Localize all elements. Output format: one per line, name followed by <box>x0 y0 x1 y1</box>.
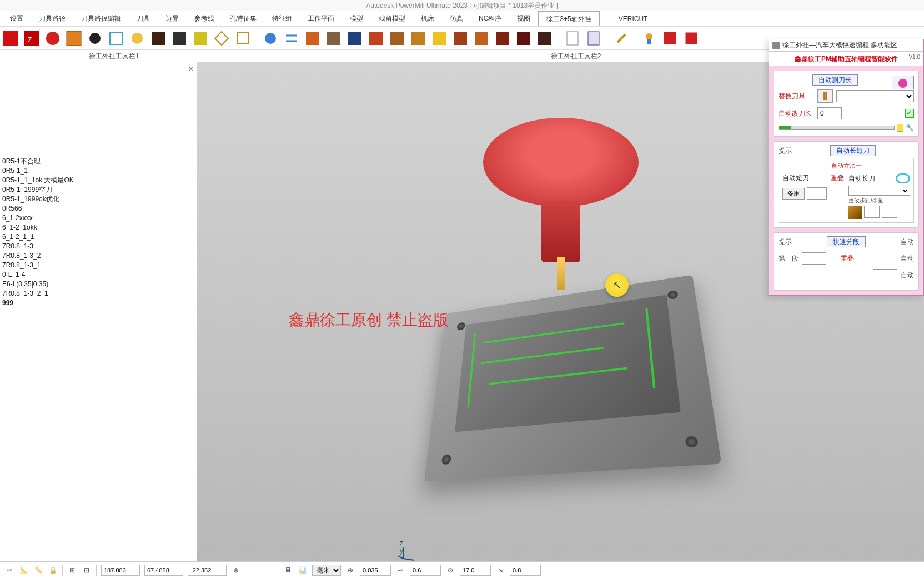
sb-tolerance-icon[interactable]: ⊕ <box>345 565 355 575</box>
menu-simulate[interactable]: 仿真 <box>442 11 471 26</box>
change-length-check[interactable] <box>905 109 914 118</box>
tb2-icon-16[interactable] <box>584 29 603 48</box>
sb-stepdown-icon[interactable]: ↘ <box>495 565 505 575</box>
tb1-icon-11[interactable] <box>212 29 231 48</box>
texture-icon[interactable] <box>848 206 862 219</box>
status-stepdown[interactable] <box>510 565 541 576</box>
menu-nc-program[interactable]: NC程序 <box>471 11 509 26</box>
tree-item-active[interactable]: 999 <box>2 298 74 308</box>
tb1-icon-6[interactable] <box>107 29 125 48</box>
menu-toolpath-edit[interactable]: 刀具路径编辑 <box>73 11 129 26</box>
first-seg-input[interactable] <box>802 252 826 265</box>
status-x[interactable] <box>101 565 140 576</box>
tb2-icon-1[interactable] <box>261 29 280 48</box>
tree-item[interactable]: 6_1-2_1_1 <box>2 232 74 242</box>
tb2-icon-17[interactable] <box>612 29 631 48</box>
menu-feature-group[interactable]: 特征组 <box>264 11 300 26</box>
plugin-window[interactable]: 徐工外挂—汽车大模快速编程 多功能区 — 鑫鼎徐工PM辅助五轴编程智能软件 V1… <box>769 39 924 296</box>
tb2-icon-15[interactable] <box>563 29 582 48</box>
status-y[interactable] <box>144 565 183 576</box>
tb1-icon-8[interactable] <box>149 29 168 48</box>
tb2-icon-7[interactable] <box>388 29 406 48</box>
step-input-1[interactable] <box>864 206 880 218</box>
magnet-icon[interactable]: ⬤ <box>892 76 914 89</box>
tb2-icon-18[interactable] <box>640 29 659 48</box>
sb-calc-icon[interactable]: 🖩 <box>283 565 293 575</box>
tree-item[interactable]: 7R0.8_1-3_2_1 <box>2 289 74 298</box>
tree-item[interactable]: 0-L_1-4 <box>2 270 74 280</box>
slider-track[interactable] <box>779 126 895 130</box>
tb1-icon-9[interactable] <box>170 29 189 48</box>
replace-tool-select[interactable] <box>836 90 914 102</box>
status-cusp[interactable] <box>410 565 441 576</box>
tb1-icon-7[interactable] <box>128 29 147 48</box>
spare-button[interactable]: 备用 <box>782 188 805 200</box>
plugin-titlebar[interactable]: 徐工外挂—汽车大模快速编程 多功能区 — <box>769 39 923 52</box>
tb2-icon-10[interactable] <box>451 29 470 48</box>
tb2-icon-13[interactable] <box>514 29 533 48</box>
tree-item[interactable]: 7R0.8_1-3 <box>2 242 74 251</box>
tree-item[interactable]: 0R5-1_1999ok优化 <box>2 195 74 204</box>
tb1-icon-5[interactable] <box>86 29 104 48</box>
tree-item[interactable]: 0R5-1_1 <box>2 166 74 176</box>
length-slider[interactable]: 🔧 <box>779 124 914 132</box>
sb-coord-icon[interactable]: ⊕ <box>231 565 241 575</box>
menu-toolpath[interactable]: 刀具路径 <box>31 11 73 26</box>
sb-tool-icon[interactable]: ✂ <box>4 565 14 575</box>
tree-item[interactable]: 0R5-1不合理 <box>2 157 74 166</box>
tb2-icon-14[interactable] <box>535 29 554 48</box>
left-panel-close[interactable]: × <box>189 64 193 73</box>
plugin-minimize-icon[interactable]: — <box>913 42 920 49</box>
menu-machine[interactable]: 机床 <box>413 11 442 26</box>
cloud-icon[interactable] <box>896 173 910 183</box>
menu-model[interactable]: 模型 <box>342 11 371 26</box>
menu-tool[interactable]: 刀具 <box>129 11 158 26</box>
tb2-icon-6[interactable] <box>366 29 385 48</box>
tb2-icon-4[interactable] <box>324 29 343 48</box>
replace-tool-button[interactable] <box>817 89 833 103</box>
tb1-icon-1[interactable] <box>1 29 20 48</box>
tree-item[interactable]: 0R5-1_1999空刀 <box>2 185 74 195</box>
tb1-icon-10[interactable] <box>191 29 210 48</box>
status-tolerance[interactable] <box>360 565 391 576</box>
overlap-input[interactable] <box>873 269 897 281</box>
tb1-icon-12[interactable] <box>233 29 252 48</box>
menu-hole-feature[interactable]: 孔特征集 <box>222 11 264 26</box>
sb-ruler-icon[interactable]: 📏 <box>33 565 43 575</box>
tb2-icon-5[interactable] <box>345 29 364 48</box>
step-input-2[interactable] <box>882 206 897 218</box>
sb-unit-icon[interactable]: 📊 <box>298 565 308 575</box>
sb-grid-icon[interactable]: ⊞ <box>67 565 77 575</box>
tb2-icon-19[interactable] <box>661 29 680 48</box>
menu-boundary[interactable]: 边界 <box>158 11 187 26</box>
status-unit[interactable]: 毫米 <box>312 565 341 576</box>
slider-handle[interactable] <box>897 124 903 132</box>
tree-item[interactable]: E6-L(0.35|0.35) <box>2 280 74 289</box>
tree-item[interactable]: 6_1-2_1okk <box>2 223 74 232</box>
tb1-icon-3[interactable] <box>43 29 62 48</box>
tree-item[interactable]: 0R5-1_1_1ok 大模最OK <box>2 176 74 185</box>
menu-pattern[interactable]: 参考线 <box>187 11 222 26</box>
tb2-icon-20[interactable] <box>682 29 701 48</box>
menu-xugong-plugin[interactable]: 徐工3+5轴外挂 <box>538 11 599 26</box>
tb2-icon-2[interactable] <box>282 29 301 48</box>
sb-cusp-icon[interactable]: ⊸ <box>395 565 405 575</box>
change-length-input[interactable] <box>817 107 842 119</box>
menu-settings[interactable]: 设置 <box>2 11 31 26</box>
tree-item[interactable]: 7R0.8_1-3_1 <box>2 261 74 270</box>
tb1-icon-2[interactable]: Z <box>22 29 41 48</box>
status-z[interactable] <box>188 565 227 576</box>
tb1-icon-4[interactable] <box>64 29 83 48</box>
tree-item[interactable]: 7R0.8_1-3_2 <box>2 251 74 261</box>
tb2-icon-8[interactable] <box>409 29 428 48</box>
sb-snap-icon[interactable]: ⊡ <box>82 565 92 575</box>
long-select[interactable] <box>848 186 910 196</box>
sb-lock-icon[interactable]: 🔒 <box>48 565 58 575</box>
menu-vericut[interactable]: VERICUT <box>611 11 656 26</box>
sb-stock-icon[interactable]: ⊘ <box>445 565 455 575</box>
tree-item[interactable]: 6_1-2xxxx <box>2 213 74 223</box>
tb2-icon-11[interactable] <box>472 29 491 48</box>
status-stock[interactable] <box>460 565 491 576</box>
tb2-icon-12[interactable] <box>493 29 512 48</box>
menu-workplane[interactable]: 工作平面 <box>300 11 342 26</box>
